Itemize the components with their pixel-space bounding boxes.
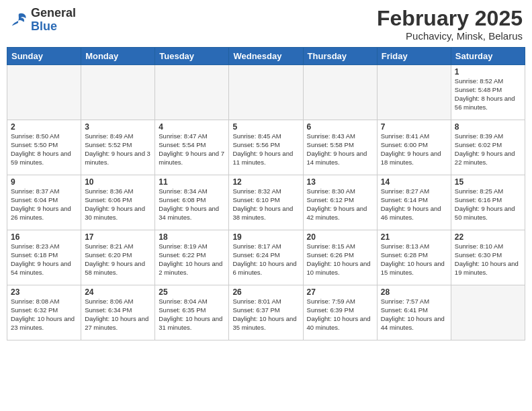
calendar-title: February 2025	[377, 7, 523, 30]
weekday-header-thursday: Thursday	[303, 48, 377, 65]
day-info: Sunrise: 8:25 AM Sunset: 6:16 PM Dayligh…	[455, 187, 521, 222]
page-header: General Blue February 2025 Puchavicy, Mi…	[7, 7, 525, 42]
calendar-cell-5-6: 28Sunrise: 7:57 AM Sunset: 6:41 PM Dayli…	[377, 285, 451, 340]
day-number: 4	[159, 122, 225, 132]
day-info: Sunrise: 8:06 AM Sunset: 6:34 PM Dayligh…	[85, 298, 151, 332]
day-number: 17	[85, 232, 151, 242]
title-block: February 2025 Puchavicy, Minsk, Belarus	[377, 7, 523, 42]
logo: General Blue	[9, 7, 76, 34]
day-info: Sunrise: 8:21 AM Sunset: 6:20 PM Dayligh…	[85, 242, 151, 277]
calendar-cell-1-6	[377, 65, 451, 120]
day-number: 1	[455, 67, 521, 77]
day-info: Sunrise: 7:57 AM Sunset: 6:41 PM Dayligh…	[381, 298, 447, 332]
weekday-header-monday: Monday	[81, 48, 155, 65]
calendar-table: SundayMondayTuesdayWednesdayThursdayFrid…	[7, 47, 525, 340]
day-number: 9	[11, 177, 77, 187]
calendar-cell-2-4: 5Sunrise: 8:45 AM Sunset: 5:56 PM Daylig…	[229, 120, 303, 175]
calendar-cell-5-1: 23Sunrise: 8:08 AM Sunset: 6:32 PM Dayli…	[7, 285, 81, 340]
day-number: 8	[455, 122, 521, 132]
weekday-header-saturday: Saturday	[451, 48, 525, 65]
day-info: Sunrise: 8:52 AM Sunset: 5:48 PM Dayligh…	[455, 77, 521, 111]
calendar-cell-5-4: 26Sunrise: 8:01 AM Sunset: 6:37 PM Dayli…	[229, 285, 303, 340]
calendar-cell-1-2	[81, 65, 155, 120]
calendar-cell-4-7: 22Sunrise: 8:10 AM Sunset: 6:30 PM Dayli…	[451, 230, 525, 285]
day-number: 10	[85, 177, 151, 187]
calendar-cell-2-5: 6Sunrise: 8:43 AM Sunset: 5:58 PM Daylig…	[303, 120, 377, 175]
calendar-cell-1-5	[303, 65, 377, 120]
day-number: 18	[159, 232, 225, 242]
calendar-cell-3-1: 9Sunrise: 8:37 AM Sunset: 6:04 PM Daylig…	[7, 175, 81, 230]
day-number: 19	[232, 232, 299, 242]
day-info: Sunrise: 8:37 AM Sunset: 6:04 PM Dayligh…	[11, 187, 77, 222]
day-number: 5	[232, 122, 299, 132]
calendar-cell-3-7: 15Sunrise: 8:25 AM Sunset: 6:16 PM Dayli…	[451, 175, 525, 230]
day-info: Sunrise: 7:59 AM Sunset: 6:39 PM Dayligh…	[307, 298, 373, 332]
day-info: Sunrise: 8:45 AM Sunset: 5:56 PM Dayligh…	[232, 132, 299, 167]
day-number: 16	[11, 232, 77, 242]
day-info: Sunrise: 8:49 AM Sunset: 5:52 PM Dayligh…	[85, 132, 151, 167]
calendar-cell-4-6: 21Sunrise: 8:13 AM Sunset: 6:28 PM Dayli…	[377, 230, 451, 285]
day-info: Sunrise: 8:47 AM Sunset: 5:54 PM Dayligh…	[159, 132, 225, 167]
week-row-2: 2Sunrise: 8:50 AM Sunset: 5:50 PM Daylig…	[7, 120, 525, 175]
calendar-cell-2-2: 3Sunrise: 8:49 AM Sunset: 5:52 PM Daylig…	[81, 120, 155, 175]
calendar-cell-5-2: 24Sunrise: 8:06 AM Sunset: 6:34 PM Dayli…	[81, 285, 155, 340]
day-info: Sunrise: 8:43 AM Sunset: 5:58 PM Dayligh…	[307, 132, 373, 167]
calendar-cell-3-5: 13Sunrise: 8:30 AM Sunset: 6:12 PM Dayli…	[303, 175, 377, 230]
day-info: Sunrise: 8:50 AM Sunset: 5:50 PM Dayligh…	[11, 132, 77, 167]
calendar-cell-3-2: 10Sunrise: 8:36 AM Sunset: 6:06 PM Dayli…	[81, 175, 155, 230]
day-number: 25	[159, 287, 225, 297]
calendar-cell-1-3	[155, 65, 229, 120]
day-number: 15	[455, 177, 521, 187]
day-number: 28	[381, 287, 447, 297]
week-row-1: 1Sunrise: 8:52 AM Sunset: 5:48 PM Daylig…	[7, 65, 525, 120]
calendar-cell-2-6: 7Sunrise: 8:41 AM Sunset: 6:00 PM Daylig…	[377, 120, 451, 175]
calendar-cell-4-1: 16Sunrise: 8:23 AM Sunset: 6:18 PM Dayli…	[7, 230, 81, 285]
day-info: Sunrise: 8:08 AM Sunset: 6:32 PM Dayligh…	[11, 298, 77, 332]
day-number: 7	[381, 122, 447, 132]
calendar-cell-3-3: 11Sunrise: 8:34 AM Sunset: 6:08 PM Dayli…	[155, 175, 229, 230]
day-number: 20	[307, 232, 373, 242]
day-info: Sunrise: 8:01 AM Sunset: 6:37 PM Dayligh…	[232, 298, 299, 332]
day-info: Sunrise: 8:41 AM Sunset: 6:00 PM Dayligh…	[381, 132, 447, 167]
day-number: 13	[307, 177, 373, 187]
calendar-cell-2-1: 2Sunrise: 8:50 AM Sunset: 5:50 PM Daylig…	[7, 120, 81, 175]
week-row-3: 9Sunrise: 8:37 AM Sunset: 6:04 PM Daylig…	[7, 175, 525, 230]
day-number: 26	[232, 287, 299, 297]
week-row-5: 23Sunrise: 8:08 AM Sunset: 6:32 PM Dayli…	[7, 285, 525, 340]
day-info: Sunrise: 8:32 AM Sunset: 6:10 PM Dayligh…	[232, 187, 299, 222]
day-info: Sunrise: 8:34 AM Sunset: 6:08 PM Dayligh…	[159, 187, 225, 222]
day-number: 12	[232, 177, 299, 187]
calendar-subtitle: Puchavicy, Minsk, Belarus	[377, 30, 523, 42]
calendar-cell-2-7: 8Sunrise: 8:39 AM Sunset: 6:02 PM Daylig…	[451, 120, 525, 175]
calendar-cell-4-3: 18Sunrise: 8:19 AM Sunset: 6:22 PM Dayli…	[155, 230, 229, 285]
day-info: Sunrise: 8:04 AM Sunset: 6:35 PM Dayligh…	[159, 298, 225, 332]
calendar-cell-5-3: 25Sunrise: 8:04 AM Sunset: 6:35 PM Dayli…	[155, 285, 229, 340]
day-info: Sunrise: 8:23 AM Sunset: 6:18 PM Dayligh…	[11, 242, 77, 277]
day-number: 24	[85, 287, 151, 297]
day-number: 6	[307, 122, 373, 132]
calendar-cell-1-4	[229, 65, 303, 120]
weekday-header-wednesday: Wednesday	[229, 48, 303, 65]
day-number: 14	[381, 177, 447, 187]
day-number: 23	[11, 287, 77, 297]
day-info: Sunrise: 8:19 AM Sunset: 6:22 PM Dayligh…	[159, 242, 225, 277]
calendar-cell-4-5: 20Sunrise: 8:15 AM Sunset: 6:26 PM Dayli…	[303, 230, 377, 285]
calendar-cell-1-1	[7, 65, 81, 120]
calendar-cell-3-6: 14Sunrise: 8:27 AM Sunset: 6:14 PM Dayli…	[377, 175, 451, 230]
day-info: Sunrise: 8:27 AM Sunset: 6:14 PM Dayligh…	[381, 187, 447, 222]
weekday-header-tuesday: Tuesday	[155, 48, 229, 65]
logo-bird-icon	[9, 11, 28, 30]
day-number: 2	[11, 122, 77, 132]
calendar-cell-4-4: 19Sunrise: 8:17 AM Sunset: 6:24 PM Dayli…	[229, 230, 303, 285]
calendar-cell-3-4: 12Sunrise: 8:32 AM Sunset: 6:10 PM Dayli…	[229, 175, 303, 230]
day-number: 22	[455, 232, 521, 242]
logo-blue: Blue	[31, 19, 57, 33]
day-info: Sunrise: 8:17 AM Sunset: 6:24 PM Dayligh…	[232, 242, 299, 277]
weekday-header-friday: Friday	[377, 48, 451, 65]
day-info: Sunrise: 8:39 AM Sunset: 6:02 PM Dayligh…	[455, 132, 521, 167]
day-number: 21	[381, 232, 447, 242]
calendar-cell-5-7	[451, 285, 525, 340]
logo-text: General Blue	[31, 7, 76, 34]
day-number: 27	[307, 287, 373, 297]
weekday-header-sunday: Sunday	[7, 48, 81, 65]
